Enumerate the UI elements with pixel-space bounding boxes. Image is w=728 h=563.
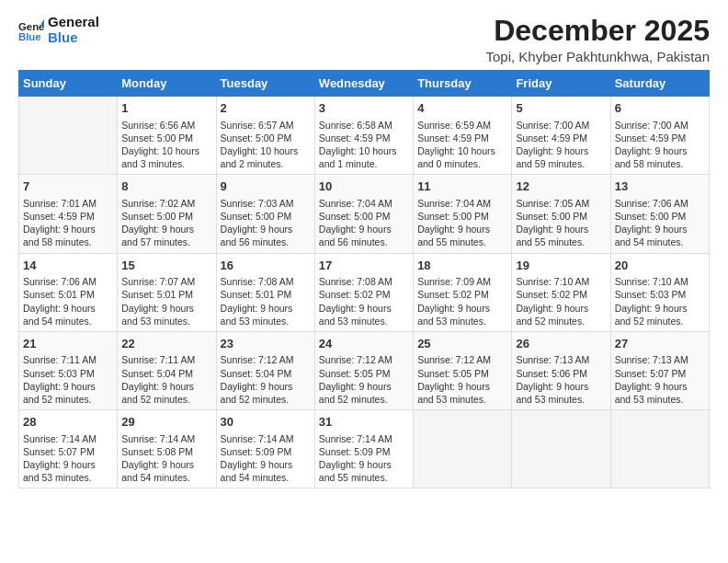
calendar-cell: 14Sunrise: 7:06 AMSunset: 5:01 PMDayligh… bbox=[19, 253, 118, 331]
cell-info: Sunrise: 6:58 AMSunset: 4:59 PMDaylight:… bbox=[319, 119, 409, 171]
calendar-cell: 11Sunrise: 7:04 AMSunset: 5:00 PMDayligh… bbox=[414, 175, 512, 253]
cell-info: Sunrise: 6:56 AMSunset: 5:00 PMDaylight:… bbox=[121, 119, 211, 171]
day-number: 18 bbox=[417, 258, 507, 274]
calendar-cell: 17Sunrise: 7:08 AMSunset: 5:02 PMDayligh… bbox=[314, 253, 413, 331]
cell-info: Sunrise: 7:13 AMSunset: 5:07 PMDaylight:… bbox=[615, 353, 705, 406]
calendar-cell: 31Sunrise: 7:14 AMSunset: 5:09 PMDayligh… bbox=[314, 410, 413, 488]
calendar-cell: 10Sunrise: 7:04 AMSunset: 5:00 PMDayligh… bbox=[314, 175, 413, 253]
calendar-cell bbox=[19, 97, 118, 175]
calendar-cell: 30Sunrise: 7:14 AMSunset: 5:09 PMDayligh… bbox=[216, 410, 314, 488]
calendar-cell: 13Sunrise: 7:06 AMSunset: 5:00 PMDayligh… bbox=[610, 175, 709, 253]
calendar-cell: 1Sunrise: 6:56 AMSunset: 5:00 PMDaylight… bbox=[118, 97, 216, 175]
svg-text:Blue: Blue bbox=[18, 30, 41, 41]
day-number: 11 bbox=[417, 178, 507, 195]
week-row-5: 28Sunrise: 7:14 AMSunset: 5:07 PMDayligh… bbox=[19, 410, 710, 488]
day-number: 9 bbox=[221, 178, 311, 195]
day-number: 20 bbox=[615, 258, 705, 274]
day-number: 29 bbox=[121, 414, 211, 431]
calendar-cell bbox=[610, 410, 709, 488]
day-number: 31 bbox=[319, 414, 409, 431]
header-day-friday: Friday bbox=[512, 71, 610, 97]
calendar-cell: 6Sunrise: 7:00 AMSunset: 4:59 PMDaylight… bbox=[610, 97, 709, 175]
calendar-cell: 8Sunrise: 7:02 AMSunset: 5:00 PMDaylight… bbox=[118, 175, 216, 253]
cell-info: Sunrise: 7:06 AMSunset: 5:00 PMDaylight:… bbox=[615, 197, 705, 249]
calendar-cell: 3Sunrise: 6:58 AMSunset: 4:59 PMDaylight… bbox=[314, 97, 413, 175]
subtitle: Topi, Khyber Pakhtunkhwa, Pakistan bbox=[486, 49, 710, 64]
day-number: 25 bbox=[417, 336, 507, 352]
day-number: 17 bbox=[319, 258, 409, 274]
calendar-table: SundayMondayTuesdayWednesdayThursdayFrid… bbox=[18, 70, 710, 488]
calendar-cell: 9Sunrise: 7:03 AMSunset: 5:00 PMDaylight… bbox=[216, 175, 314, 253]
cell-info: Sunrise: 7:10 AMSunset: 5:03 PMDaylight:… bbox=[615, 275, 705, 327]
logo-line2: Blue bbox=[48, 30, 99, 46]
logo: General Blue General Blue bbox=[18, 15, 99, 45]
calendar-cell: 28Sunrise: 7:14 AMSunset: 5:07 PMDayligh… bbox=[19, 410, 118, 488]
day-number: 1 bbox=[121, 100, 211, 117]
week-row-1: 1Sunrise: 6:56 AMSunset: 5:00 PMDaylight… bbox=[19, 97, 710, 175]
day-number: 8 bbox=[121, 178, 211, 195]
header-day-tuesday: Tuesday bbox=[216, 71, 314, 97]
header-day-thursday: Thursday bbox=[414, 71, 512, 97]
cell-info: Sunrise: 7:04 AMSunset: 5:00 PMDaylight:… bbox=[417, 197, 507, 249]
cell-info: Sunrise: 7:03 AMSunset: 5:00 PMDaylight:… bbox=[221, 197, 311, 249]
week-row-2: 7Sunrise: 7:01 AMSunset: 4:59 PMDaylight… bbox=[19, 175, 710, 253]
cell-info: Sunrise: 7:14 AMSunset: 5:09 PMDaylight:… bbox=[221, 432, 311, 485]
day-number: 10 bbox=[319, 178, 409, 195]
cell-info: Sunrise: 7:06 AMSunset: 5:01 PMDaylight:… bbox=[23, 275, 113, 327]
cell-info: Sunrise: 7:12 AMSunset: 5:05 PMDaylight:… bbox=[319, 353, 409, 406]
calendar-cell: 19Sunrise: 7:10 AMSunset: 5:02 PMDayligh… bbox=[512, 253, 610, 331]
cell-info: Sunrise: 6:57 AMSunset: 5:00 PMDaylight:… bbox=[221, 119, 311, 171]
calendar-cell: 23Sunrise: 7:12 AMSunset: 5:04 PMDayligh… bbox=[216, 331, 314, 409]
calendar-cell: 21Sunrise: 7:11 AMSunset: 5:03 PMDayligh… bbox=[19, 331, 118, 409]
cell-info: Sunrise: 7:11 AMSunset: 5:04 PMDaylight:… bbox=[121, 353, 211, 406]
calendar-cell: 2Sunrise: 6:57 AMSunset: 5:00 PMDaylight… bbox=[216, 97, 314, 175]
day-number: 19 bbox=[516, 258, 606, 274]
calendar-cell: 27Sunrise: 7:13 AMSunset: 5:07 PMDayligh… bbox=[610, 331, 709, 409]
day-number: 24 bbox=[319, 336, 409, 352]
cell-info: Sunrise: 7:00 AMSunset: 4:59 PMDaylight:… bbox=[615, 119, 705, 171]
day-number: 4 bbox=[417, 100, 507, 117]
calendar-cell: 4Sunrise: 6:59 AMSunset: 4:59 PMDaylight… bbox=[414, 97, 512, 175]
page: General Blue General Blue December 2025 … bbox=[0, 0, 728, 498]
header-day-sunday: Sunday bbox=[19, 71, 118, 97]
week-row-4: 21Sunrise: 7:11 AMSunset: 5:03 PMDayligh… bbox=[19, 331, 710, 409]
day-number: 21 bbox=[23, 336, 113, 352]
day-number: 28 bbox=[23, 414, 113, 431]
calendar-cell: 25Sunrise: 7:12 AMSunset: 5:05 PMDayligh… bbox=[414, 331, 512, 409]
day-number: 22 bbox=[121, 336, 211, 352]
cell-info: Sunrise: 7:12 AMSunset: 5:05 PMDaylight:… bbox=[417, 353, 507, 406]
header-row: SundayMondayTuesdayWednesdayThursdayFrid… bbox=[19, 71, 710, 97]
week-row-3: 14Sunrise: 7:06 AMSunset: 5:01 PMDayligh… bbox=[19, 253, 710, 331]
calendar-cell: 22Sunrise: 7:11 AMSunset: 5:04 PMDayligh… bbox=[118, 331, 216, 409]
calendar-cell: 18Sunrise: 7:09 AMSunset: 5:02 PMDayligh… bbox=[414, 253, 512, 331]
cell-info: Sunrise: 7:11 AMSunset: 5:03 PMDaylight:… bbox=[23, 353, 113, 406]
day-number: 14 bbox=[23, 258, 113, 274]
cell-info: Sunrise: 7:12 AMSunset: 5:04 PMDaylight:… bbox=[221, 353, 311, 406]
calendar-cell: 5Sunrise: 7:00 AMSunset: 4:59 PMDaylight… bbox=[512, 97, 610, 175]
calendar-cell: 24Sunrise: 7:12 AMSunset: 5:05 PMDayligh… bbox=[314, 331, 413, 409]
logo-line1: General bbox=[48, 15, 99, 30]
cell-info: Sunrise: 7:13 AMSunset: 5:06 PMDaylight:… bbox=[516, 353, 606, 406]
cell-info: Sunrise: 7:14 AMSunset: 5:09 PMDaylight:… bbox=[319, 432, 409, 485]
header-day-wednesday: Wednesday bbox=[314, 71, 413, 97]
title-block: December 2025 Topi, Khyber Pakhtunkhwa, … bbox=[486, 15, 710, 64]
main-title: December 2025 bbox=[486, 15, 710, 47]
cell-info: Sunrise: 7:14 AMSunset: 5:07 PMDaylight:… bbox=[23, 432, 113, 485]
calendar-cell: 20Sunrise: 7:10 AMSunset: 5:03 PMDayligh… bbox=[610, 253, 709, 331]
day-number: 2 bbox=[221, 100, 311, 117]
cell-info: Sunrise: 7:08 AMSunset: 5:02 PMDaylight:… bbox=[319, 275, 409, 327]
cell-info: Sunrise: 7:10 AMSunset: 5:02 PMDaylight:… bbox=[516, 275, 606, 327]
day-number: 7 bbox=[23, 178, 113, 195]
cell-info: Sunrise: 6:59 AMSunset: 4:59 PMDaylight:… bbox=[417, 119, 507, 171]
logo-icon: General Blue bbox=[18, 17, 44, 43]
cell-info: Sunrise: 7:07 AMSunset: 5:01 PMDaylight:… bbox=[121, 275, 211, 327]
calendar-cell: 26Sunrise: 7:13 AMSunset: 5:06 PMDayligh… bbox=[512, 331, 610, 409]
day-number: 27 bbox=[615, 336, 705, 352]
cell-info: Sunrise: 7:05 AMSunset: 5:00 PMDaylight:… bbox=[516, 197, 606, 249]
header-day-saturday: Saturday bbox=[610, 71, 709, 97]
day-number: 15 bbox=[121, 258, 211, 274]
header: General Blue General Blue December 2025 … bbox=[18, 15, 710, 64]
cell-info: Sunrise: 7:08 AMSunset: 5:01 PMDaylight:… bbox=[221, 275, 311, 327]
day-number: 26 bbox=[516, 336, 606, 352]
cell-info: Sunrise: 7:09 AMSunset: 5:02 PMDaylight:… bbox=[417, 275, 507, 327]
